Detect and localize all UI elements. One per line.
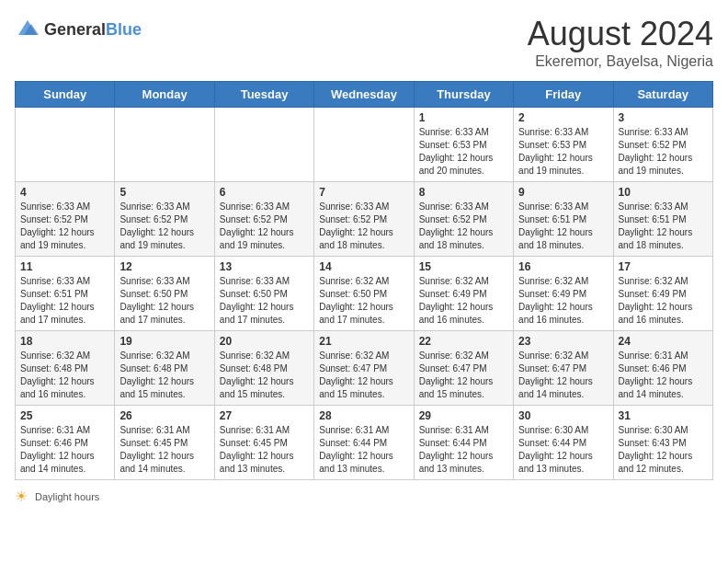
day-info: Sunrise: 6:33 AM Sunset: 6:50 PM Dayligh…	[119, 276, 194, 325]
day-info: Sunrise: 6:33 AM Sunset: 6:51 PM Dayligh…	[619, 201, 693, 250]
day-header-friday: Friday	[514, 82, 613, 108]
day-number: 15	[419, 260, 508, 273]
daylight-label: Daylight hours	[35, 491, 99, 502]
calendar-week-row: 11Sunrise: 6:33 AM Sunset: 6:51 PM Dayli…	[16, 257, 713, 331]
day-number: 4	[20, 186, 109, 199]
footer: ☀ Daylight hours	[15, 488, 713, 505]
calendar-cell: 28Sunrise: 6:31 AM Sunset: 6:44 PM Dayli…	[314, 406, 414, 480]
day-number: 5	[119, 186, 209, 199]
logo-general-text: General	[44, 20, 106, 39]
day-info: Sunrise: 6:32 AM Sunset: 6:48 PM Dayligh…	[220, 350, 294, 399]
day-info: Sunrise: 6:32 AM Sunset: 6:48 PM Dayligh…	[119, 350, 194, 399]
day-info: Sunrise: 6:33 AM Sunset: 6:52 PM Dayligh…	[20, 201, 95, 250]
calendar-cell: 24Sunrise: 6:31 AM Sunset: 6:46 PM Dayli…	[613, 331, 712, 406]
logo-blue-text: Blue	[106, 20, 142, 39]
calendar-cell: 12Sunrise: 6:33 AM Sunset: 6:50 PM Dayli…	[115, 257, 214, 331]
day-info: Sunrise: 6:33 AM Sunset: 6:51 PM Dayligh…	[20, 276, 95, 325]
day-number: 17	[619, 260, 708, 273]
calendar-cell: 13Sunrise: 6:33 AM Sunset: 6:50 PM Dayli…	[214, 257, 313, 331]
calendar-cell: 23Sunrise: 6:32 AM Sunset: 6:47 PM Dayli…	[514, 331, 613, 406]
day-info: Sunrise: 6:31 AM Sunset: 6:44 PM Dayligh…	[319, 425, 393, 474]
calendar-cell: 16Sunrise: 6:32 AM Sunset: 6:49 PM Dayli…	[514, 257, 613, 331]
day-info: Sunrise: 6:32 AM Sunset: 6:47 PM Dayligh…	[319, 350, 393, 399]
calendar-week-row: 1Sunrise: 6:33 AM Sunset: 6:53 PM Daylig…	[16, 108, 713, 182]
day-number: 9	[518, 186, 608, 199]
day-info: Sunrise: 6:33 AM Sunset: 6:52 PM Dayligh…	[319, 201, 393, 250]
calendar-cell: 8Sunrise: 6:33 AM Sunset: 6:52 PM Daylig…	[414, 182, 513, 257]
day-number: 10	[619, 186, 708, 199]
calendar-cell: 4Sunrise: 6:33 AM Sunset: 6:52 PM Daylig…	[16, 182, 115, 257]
month-year: August 2024	[528, 15, 713, 53]
day-info: Sunrise: 6:33 AM Sunset: 6:52 PM Dayligh…	[119, 201, 194, 250]
day-info: Sunrise: 6:31 AM Sunset: 6:44 PM Dayligh…	[419, 425, 494, 474]
title-area: August 2024 Ekeremor, Bayelsa, Nigeria	[528, 15, 713, 70]
day-number: 25	[20, 409, 109, 422]
day-info: Sunrise: 6:31 AM Sunset: 6:46 PM Dayligh…	[619, 350, 693, 399]
day-number: 26	[119, 409, 209, 422]
day-info: Sunrise: 6:30 AM Sunset: 6:44 PM Dayligh…	[518, 425, 593, 474]
calendar-cell: 11Sunrise: 6:33 AM Sunset: 6:51 PM Dayli…	[16, 257, 115, 331]
logo-general: GeneralBlue	[44, 20, 142, 40]
day-info: Sunrise: 6:30 AM Sunset: 6:43 PM Dayligh…	[619, 425, 693, 474]
calendar-cell	[115, 108, 214, 182]
day-number: 30	[518, 409, 608, 422]
day-info: Sunrise: 6:33 AM Sunset: 6:52 PM Dayligh…	[419, 201, 494, 250]
calendar-header-row: SundayMondayTuesdayWednesdayThursdayFrid…	[16, 82, 713, 108]
header: GeneralBlue August 2024 Ekeremor, Bayels…	[15, 15, 713, 70]
logo: GeneralBlue	[15, 15, 142, 44]
logo-text: GeneralBlue	[44, 20, 142, 40]
calendar-cell: 17Sunrise: 6:32 AM Sunset: 6:49 PM Dayli…	[613, 257, 712, 331]
day-number: 24	[619, 335, 708, 348]
calendar-cell	[314, 108, 414, 182]
day-info: Sunrise: 6:32 AM Sunset: 6:49 PM Dayligh…	[419, 276, 494, 325]
day-header-tuesday: Tuesday	[214, 82, 313, 108]
logo-icon	[15, 15, 40, 44]
calendar-week-row: 4Sunrise: 6:33 AM Sunset: 6:52 PM Daylig…	[16, 182, 713, 257]
day-info: Sunrise: 6:33 AM Sunset: 6:52 PM Dayligh…	[619, 127, 693, 176]
day-number: 2	[518, 111, 608, 124]
day-info: Sunrise: 6:31 AM Sunset: 6:46 PM Dayligh…	[20, 425, 95, 474]
calendar-week-row: 25Sunrise: 6:31 AM Sunset: 6:46 PM Dayli…	[16, 406, 713, 480]
calendar-cell: 29Sunrise: 6:31 AM Sunset: 6:44 PM Dayli…	[414, 406, 513, 480]
day-header-saturday: Saturday	[613, 82, 712, 108]
calendar-cell: 9Sunrise: 6:33 AM Sunset: 6:51 PM Daylig…	[514, 182, 613, 257]
calendar-cell: 25Sunrise: 6:31 AM Sunset: 6:46 PM Dayli…	[16, 406, 115, 480]
calendar-cell: 6Sunrise: 6:33 AM Sunset: 6:52 PM Daylig…	[214, 182, 313, 257]
calendar-cell: 22Sunrise: 6:32 AM Sunset: 6:47 PM Dayli…	[414, 331, 513, 406]
day-number: 16	[518, 260, 608, 273]
calendar-cell	[16, 108, 115, 182]
day-info: Sunrise: 6:33 AM Sunset: 6:53 PM Dayligh…	[419, 127, 494, 176]
day-info: Sunrise: 6:31 AM Sunset: 6:45 PM Dayligh…	[119, 425, 194, 474]
day-number: 11	[20, 260, 109, 273]
calendar-cell: 20Sunrise: 6:32 AM Sunset: 6:48 PM Dayli…	[214, 331, 313, 406]
calendar-cell: 30Sunrise: 6:30 AM Sunset: 6:44 PM Dayli…	[514, 406, 613, 480]
day-number: 13	[220, 260, 309, 273]
day-header-sunday: Sunday	[16, 82, 115, 108]
day-number: 12	[119, 260, 209, 273]
day-info: Sunrise: 6:33 AM Sunset: 6:51 PM Dayligh…	[518, 201, 593, 250]
calendar-cell: 3Sunrise: 6:33 AM Sunset: 6:52 PM Daylig…	[613, 108, 712, 182]
calendar-cell: 5Sunrise: 6:33 AM Sunset: 6:52 PM Daylig…	[115, 182, 214, 257]
day-info: Sunrise: 6:32 AM Sunset: 6:49 PM Dayligh…	[619, 276, 693, 325]
calendar-cell: 27Sunrise: 6:31 AM Sunset: 6:45 PM Dayli…	[214, 406, 313, 480]
day-number: 23	[518, 335, 608, 348]
day-number: 27	[220, 409, 309, 422]
calendar-cell: 2Sunrise: 6:33 AM Sunset: 6:53 PM Daylig…	[514, 108, 613, 182]
day-info: Sunrise: 6:32 AM Sunset: 6:50 PM Dayligh…	[319, 276, 393, 325]
day-number: 31	[619, 409, 708, 422]
day-number: 21	[319, 335, 408, 348]
day-info: Sunrise: 6:32 AM Sunset: 6:48 PM Dayligh…	[20, 350, 95, 399]
day-info: Sunrise: 6:32 AM Sunset: 6:47 PM Dayligh…	[518, 350, 593, 399]
day-info: Sunrise: 6:32 AM Sunset: 6:47 PM Dayligh…	[419, 350, 494, 399]
calendar-cell: 15Sunrise: 6:32 AM Sunset: 6:49 PM Dayli…	[414, 257, 513, 331]
day-number: 6	[220, 186, 309, 199]
calendar-cell: 10Sunrise: 6:33 AM Sunset: 6:51 PM Dayli…	[613, 182, 712, 257]
day-number: 22	[419, 335, 508, 348]
calendar-cell: 19Sunrise: 6:32 AM Sunset: 6:48 PM Dayli…	[115, 331, 214, 406]
calendar-cell: 21Sunrise: 6:32 AM Sunset: 6:47 PM Dayli…	[314, 331, 414, 406]
day-number: 1	[419, 111, 508, 124]
day-header-wednesday: Wednesday	[314, 82, 414, 108]
calendar-cell: 1Sunrise: 6:33 AM Sunset: 6:53 PM Daylig…	[414, 108, 513, 182]
calendar-week-row: 18Sunrise: 6:32 AM Sunset: 6:48 PM Dayli…	[16, 331, 713, 406]
day-number: 19	[119, 335, 209, 348]
